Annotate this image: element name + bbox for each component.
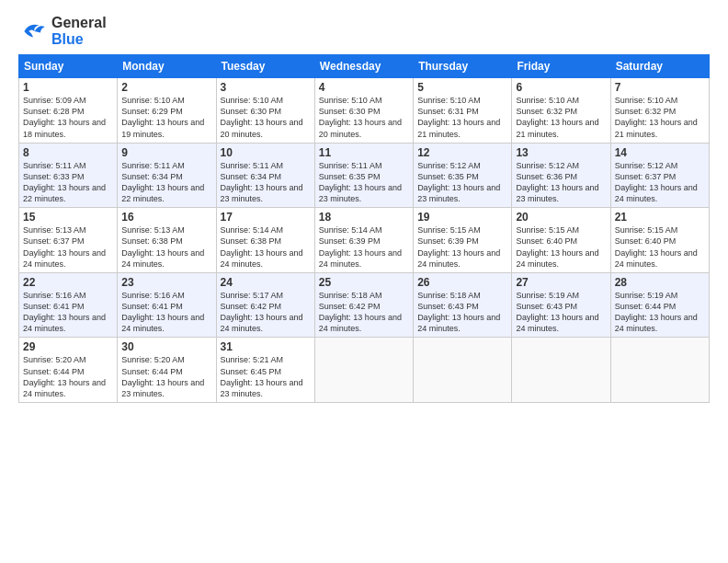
calendar-cell: 17Sunrise: 5:14 AMSunset: 6:38 PMDayligh… [216, 208, 314, 273]
day-number: 10 [221, 146, 311, 159]
calendar-cell: 14Sunrise: 5:12 AMSunset: 6:37 PMDayligh… [610, 143, 709, 208]
day-number: 7 [615, 81, 705, 94]
cell-info: Sunrise: 5:11 AMSunset: 6:34 PMDaylight:… [121, 160, 211, 205]
day-number: 16 [121, 211, 211, 224]
logo-icon [18, 17, 48, 46]
calendar-cell: 1Sunrise: 5:09 AMSunset: 6:28 PMDaylight… [19, 78, 118, 144]
cell-info: Sunrise: 5:20 AMSunset: 6:44 PMDaylight:… [23, 354, 113, 399]
header-saturday: Saturday [610, 55, 709, 78]
day-number: 20 [516, 211, 606, 224]
calendar-cell: 21Sunrise: 5:15 AMSunset: 6:40 PMDayligh… [610, 208, 709, 273]
day-number: 15 [23, 211, 113, 224]
calendar-cell: 26Sunrise: 5:18 AMSunset: 6:43 PMDayligh… [414, 272, 512, 338]
day-number: 31 [221, 340, 311, 353]
calendar-cell: 9Sunrise: 5:11 AMSunset: 6:34 PMDaylight… [118, 143, 216, 208]
cell-info: Sunrise: 5:15 AMSunset: 6:40 PMDaylight:… [615, 224, 705, 270]
cell-info: Sunrise: 5:19 AMSunset: 6:43 PMDaylight:… [516, 290, 606, 335]
calendar-table: SundayMondayTuesdayWednesdayThursdayFrid… [18, 54, 710, 403]
calendar-cell: 4Sunrise: 5:10 AMSunset: 6:30 PMDaylight… [314, 78, 413, 144]
day-number: 9 [121, 146, 211, 159]
main-container: General Blue SundayMondayTuesdayWednesda… [0, 0, 728, 412]
day-number: 30 [121, 340, 211, 353]
cell-info: Sunrise: 5:17 AMSunset: 6:42 PMDaylight:… [221, 290, 311, 335]
week-row-4: 22Sunrise: 5:16 AMSunset: 6:41 PMDayligh… [19, 272, 710, 338]
calendar-cell: 18Sunrise: 5:14 AMSunset: 6:39 PMDayligh… [314, 208, 413, 273]
calendar-cell [610, 338, 709, 403]
cell-info: Sunrise: 5:16 AMSunset: 6:41 PMDaylight:… [121, 290, 211, 335]
calendar-cell: 5Sunrise: 5:10 AMSunset: 6:31 PMDaylight… [414, 78, 512, 144]
day-number: 5 [417, 81, 507, 94]
header-monday: Monday [118, 55, 216, 78]
cell-info: Sunrise: 5:11 AMSunset: 6:33 PMDaylight:… [23, 160, 113, 205]
cell-info: Sunrise: 5:21 AMSunset: 6:45 PMDaylight:… [221, 354, 311, 399]
cell-info: Sunrise: 5:16 AMSunset: 6:41 PMDaylight:… [23, 290, 113, 335]
cell-info: Sunrise: 5:14 AMSunset: 6:38 PMDaylight:… [221, 224, 311, 270]
cell-info: Sunrise: 5:19 AMSunset: 6:44 PMDaylight:… [615, 290, 705, 335]
calendar-cell: 25Sunrise: 5:18 AMSunset: 6:42 PMDayligh… [314, 272, 413, 338]
day-number: 25 [319, 276, 409, 289]
week-row-3: 15Sunrise: 5:13 AMSunset: 6:37 PMDayligh… [19, 208, 710, 273]
day-number: 14 [615, 146, 705, 159]
cell-info: Sunrise: 5:14 AMSunset: 6:39 PMDaylight:… [319, 224, 409, 270]
calendar-cell [414, 338, 512, 403]
calendar-cell: 24Sunrise: 5:17 AMSunset: 6:42 PMDayligh… [216, 272, 314, 338]
calendar-cell: 20Sunrise: 5:15 AMSunset: 6:40 PMDayligh… [512, 208, 610, 273]
calendar-cell [512, 338, 610, 403]
day-number: 1 [23, 81, 113, 94]
cell-info: Sunrise: 5:12 AMSunset: 6:36 PMDaylight:… [516, 160, 606, 205]
day-number: 3 [221, 81, 311, 94]
day-number: 19 [417, 211, 507, 224]
header: General Blue [18, 15, 710, 47]
day-number: 24 [221, 276, 311, 289]
cell-info: Sunrise: 5:10 AMSunset: 6:32 PMDaylight:… [615, 95, 705, 140]
calendar-cell: 3Sunrise: 5:10 AMSunset: 6:30 PMDaylight… [216, 78, 314, 144]
week-row-5: 29Sunrise: 5:20 AMSunset: 6:44 PMDayligh… [19, 338, 710, 403]
calendar-cell: 27Sunrise: 5:19 AMSunset: 6:43 PMDayligh… [512, 272, 610, 338]
week-row-1: 1Sunrise: 5:09 AMSunset: 6:28 PMDaylight… [19, 78, 710, 144]
cell-info: Sunrise: 5:20 AMSunset: 6:44 PMDaylight:… [121, 354, 211, 399]
day-number: 22 [23, 276, 113, 289]
header-friday: Friday [512, 55, 610, 78]
header-tuesday: Tuesday [216, 55, 314, 78]
day-number: 23 [121, 276, 211, 289]
day-number: 2 [121, 81, 211, 94]
cell-info: Sunrise: 5:10 AMSunset: 6:29 PMDaylight:… [121, 95, 211, 140]
cell-info: Sunrise: 5:10 AMSunset: 6:32 PMDaylight:… [516, 95, 606, 140]
header-wednesday: Wednesday [314, 55, 413, 78]
calendar-cell: 8Sunrise: 5:11 AMSunset: 6:33 PMDaylight… [19, 143, 118, 208]
calendar-cell: 30Sunrise: 5:20 AMSunset: 6:44 PMDayligh… [118, 338, 216, 403]
day-number: 17 [221, 211, 311, 224]
cell-info: Sunrise: 5:15 AMSunset: 6:39 PMDaylight:… [417, 224, 507, 270]
cell-info: Sunrise: 5:10 AMSunset: 6:31 PMDaylight:… [417, 95, 507, 140]
logo: General Blue [18, 15, 107, 47]
calendar-cell [314, 338, 413, 403]
cell-info: Sunrise: 5:13 AMSunset: 6:38 PMDaylight:… [121, 224, 211, 270]
calendar-cell: 2Sunrise: 5:10 AMSunset: 6:29 PMDaylight… [118, 78, 216, 144]
calendar-cell: 28Sunrise: 5:19 AMSunset: 6:44 PMDayligh… [610, 272, 709, 338]
cell-info: Sunrise: 5:13 AMSunset: 6:37 PMDaylight:… [23, 224, 113, 270]
cell-info: Sunrise: 5:10 AMSunset: 6:30 PMDaylight:… [221, 95, 311, 140]
calendar-cell: 15Sunrise: 5:13 AMSunset: 6:37 PMDayligh… [19, 208, 118, 273]
logo-text: General Blue [51, 15, 107, 47]
cell-info: Sunrise: 5:18 AMSunset: 6:42 PMDaylight:… [319, 290, 409, 335]
calendar-cell: 23Sunrise: 5:16 AMSunset: 6:41 PMDayligh… [118, 272, 216, 338]
cell-info: Sunrise: 5:18 AMSunset: 6:43 PMDaylight:… [417, 290, 507, 335]
header-thursday: Thursday [414, 55, 512, 78]
calendar-cell: 6Sunrise: 5:10 AMSunset: 6:32 PMDaylight… [512, 78, 610, 144]
header-sunday: Sunday [19, 55, 118, 78]
calendar-cell: 11Sunrise: 5:11 AMSunset: 6:35 PMDayligh… [314, 143, 413, 208]
day-number: 13 [516, 146, 606, 159]
day-number: 27 [516, 276, 606, 289]
calendar-cell: 12Sunrise: 5:12 AMSunset: 6:35 PMDayligh… [414, 143, 512, 208]
calendar-cell: 31Sunrise: 5:21 AMSunset: 6:45 PMDayligh… [216, 338, 314, 403]
calendar-cell: 16Sunrise: 5:13 AMSunset: 6:38 PMDayligh… [118, 208, 216, 273]
calendar-cell: 13Sunrise: 5:12 AMSunset: 6:36 PMDayligh… [512, 143, 610, 208]
cell-info: Sunrise: 5:10 AMSunset: 6:30 PMDaylight:… [319, 95, 409, 140]
cell-info: Sunrise: 5:15 AMSunset: 6:40 PMDaylight:… [516, 224, 606, 270]
cell-info: Sunrise: 5:12 AMSunset: 6:35 PMDaylight:… [417, 160, 507, 205]
day-number: 18 [319, 211, 409, 224]
day-number: 28 [615, 276, 705, 289]
week-row-2: 8Sunrise: 5:11 AMSunset: 6:33 PMDaylight… [19, 143, 710, 208]
day-number: 12 [417, 146, 507, 159]
day-number: 4 [319, 81, 409, 94]
